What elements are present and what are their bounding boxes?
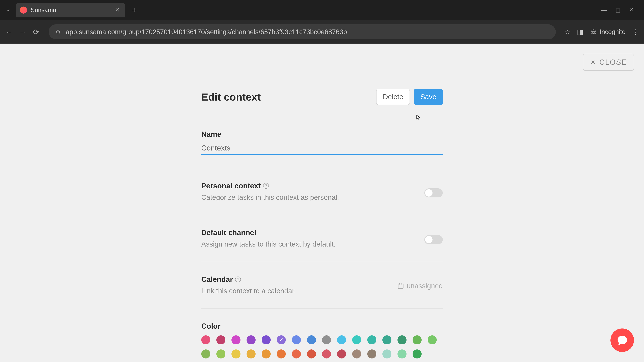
color-swatch[interactable] <box>322 335 331 345</box>
color-swatch[interactable] <box>277 350 286 359</box>
calendar-icon <box>397 283 404 289</box>
color-swatch[interactable] <box>201 335 210 345</box>
default-channel-description: Assign new tasks to this context by defa… <box>201 240 424 248</box>
help-icon[interactable]: ? <box>235 277 241 282</box>
close-window-icon[interactable]: ✕ <box>629 6 634 13</box>
forward-button[interactable]: → <box>18 28 27 36</box>
new-tab-button[interactable]: + <box>130 6 138 14</box>
back-button[interactable]: ← <box>5 28 14 36</box>
color-swatch[interactable] <box>262 350 271 359</box>
calendar-selector[interactable]: unassigned <box>397 282 443 290</box>
color-swatch[interactable] <box>398 335 406 345</box>
intercom-button[interactable] <box>610 329 634 352</box>
side-panel-icon[interactable]: ◨ <box>577 28 583 36</box>
color-swatch[interactable] <box>201 350 210 359</box>
cursor-icon <box>415 114 422 122</box>
browser-actions: ☆ ◨ Incognito ⋮ <box>564 28 639 36</box>
color-swatch[interactable] <box>246 335 256 345</box>
window-controls: — ◻ ✕ <box>601 6 641 13</box>
maximize-icon[interactable]: ◻ <box>616 6 620 13</box>
browser-tab[interactable]: Sunsama ✕ <box>16 3 125 17</box>
default-channel-toggle[interactable] <box>424 235 443 244</box>
color-swatch[interactable] <box>292 335 301 345</box>
site-settings-icon[interactable]: ⚙ <box>55 28 61 35</box>
color-swatch[interactable] <box>216 350 226 359</box>
color-swatch[interactable] <box>292 350 301 359</box>
sunsama-favicon <box>20 6 27 13</box>
color-swatch[interactable] <box>428 335 437 345</box>
color-swatch[interactable] <box>216 335 226 345</box>
browser-chrome: Sunsama ✕ + — ◻ ✕ ← → ⟳ ⚙ app.sunsama.co… <box>0 0 644 43</box>
color-swatch[interactable] <box>262 335 271 345</box>
color-swatch[interactable] <box>337 335 346 345</box>
browser-menu-icon[interactable]: ⋮ <box>632 28 639 36</box>
color-swatches-row <box>201 350 443 359</box>
color-swatch[interactable] <box>352 335 361 345</box>
close-tab-icon[interactable]: ✕ <box>115 6 120 13</box>
default-channel-label: Default channel <box>201 228 424 237</box>
url-text: app.sunsama.com/group/17025701040136170/… <box>66 28 347 36</box>
page-title: Edit context <box>201 91 261 103</box>
color-swatch[interactable] <box>412 335 422 345</box>
calendar-description: Link this context to a calendar. <box>201 287 296 295</box>
incognito-icon <box>590 28 597 35</box>
personal-context-toggle[interactable] <box>424 188 443 197</box>
color-swatch[interactable] <box>232 335 240 345</box>
save-button[interactable]: Save <box>414 89 443 105</box>
personal-context-section: Personal context ? Categorize tasks in t… <box>201 182 443 215</box>
color-swatch[interactable] <box>337 350 346 359</box>
calendar-section: Calendar ? Link this context to a calend… <box>201 275 443 309</box>
color-swatch[interactable] <box>367 335 376 345</box>
color-swatch[interactable] <box>307 350 316 359</box>
name-label: Name <box>201 130 443 138</box>
color-label: Color <box>201 322 443 330</box>
close-panel-button[interactable]: CLOSE <box>583 54 634 71</box>
delete-button[interactable]: Delete <box>376 89 410 105</box>
color-swatch[interactable] <box>322 350 331 359</box>
toggle-knob <box>425 236 432 243</box>
name-section: Name <box>201 130 443 168</box>
calendar-label: Calendar ? <box>201 275 296 284</box>
color-swatch[interactable] <box>382 335 392 345</box>
settings-panel: Edit context Delete Save Name Personal c… <box>201 43 443 359</box>
color-swatches-row <box>201 335 443 345</box>
tab-title: Sunsama <box>31 6 105 13</box>
svg-rect-2 <box>398 284 403 289</box>
bookmark-icon[interactable]: ☆ <box>564 28 570 36</box>
reload-button[interactable]: ⟳ <box>32 28 40 36</box>
panel-header: Edit context Delete Save <box>201 89 443 105</box>
help-icon[interactable]: ? <box>263 183 269 189</box>
color-swatch[interactable] <box>277 335 286 345</box>
color-swatch[interactable] <box>367 350 376 359</box>
color-swatch[interactable] <box>307 335 316 345</box>
color-swatch[interactable] <box>232 350 240 359</box>
chat-icon <box>617 335 628 346</box>
personal-context-description: Categorize tasks in this context as pers… <box>201 193 424 201</box>
url-bar[interactable]: ⚙ app.sunsama.com/group/1702570104013617… <box>49 24 556 39</box>
address-bar: ← → ⟳ ⚙ app.sunsama.com/group/1702570104… <box>0 20 644 43</box>
toggle-knob <box>425 189 432 197</box>
incognito-badge[interactable]: Incognito <box>590 28 626 35</box>
color-section: Color <box>201 322 443 359</box>
tab-search-dropdown[interactable] <box>3 5 12 15</box>
color-swatch[interactable] <box>352 350 361 359</box>
main-content: CLOSE Edit context Delete Save Name Pers… <box>0 43 644 362</box>
close-icon <box>590 59 596 65</box>
color-swatch[interactable] <box>382 350 392 359</box>
name-input[interactable] <box>201 142 443 155</box>
panel-actions: Delete Save <box>376 89 443 105</box>
tab-bar: Sunsama ✕ + — ◻ ✕ <box>0 0 644 20</box>
default-channel-section: Default channel Assign new tasks to this… <box>201 228 443 262</box>
color-swatch[interactable] <box>412 350 422 359</box>
personal-context-label: Personal context ? <box>201 182 424 190</box>
minimize-icon[interactable]: — <box>601 6 607 13</box>
color-swatch[interactable] <box>398 350 406 359</box>
color-swatch[interactable] <box>246 350 256 359</box>
